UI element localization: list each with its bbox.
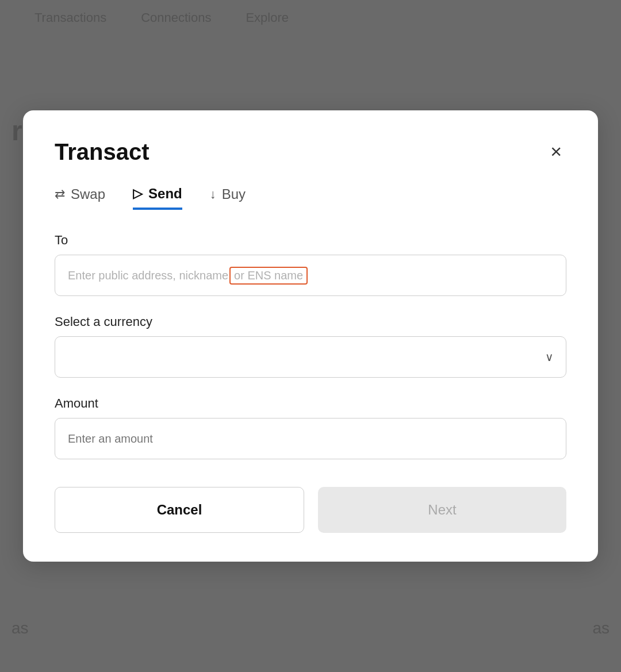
- tab-swap[interactable]: ⇄ Swap: [55, 186, 105, 210]
- currency-label: Select a currency: [55, 314, 566, 329]
- next-button[interactable]: Next: [318, 487, 566, 533]
- currency-select[interactable]: [55, 336, 566, 378]
- transact-modal: Transact × ⇄ Swap ▷ Send ↓ Buy To Enter …: [23, 110, 598, 562]
- address-input[interactable]: Enter public address, nickname or ENS na…: [55, 255, 566, 296]
- currency-select-wrapper: ∨: [55, 336, 566, 378]
- modal-backdrop: Transact × ⇄ Swap ▷ Send ↓ Buy To Enter …: [0, 0, 621, 672]
- buy-icon: ↓: [210, 187, 216, 202]
- tab-buy-label: Buy: [222, 186, 246, 202]
- tab-bar: ⇄ Swap ▷ Send ↓ Buy: [55, 186, 566, 210]
- tab-send-label: Send: [148, 186, 182, 202]
- currency-field-group: Select a currency ∨: [55, 314, 566, 378]
- to-field-group: To Enter public address, nickname or ENS…: [55, 233, 566, 296]
- send-icon: ▷: [133, 186, 143, 201]
- cancel-button[interactable]: Cancel: [55, 487, 304, 533]
- tab-buy[interactable]: ↓ Buy: [210, 186, 246, 210]
- modal-title: Transact: [55, 139, 150, 165]
- to-label: To: [55, 233, 566, 248]
- tab-send[interactable]: ▷ Send: [133, 186, 182, 210]
- modal-header: Transact ×: [55, 139, 566, 165]
- address-highlight-ens: or ENS name: [229, 267, 308, 285]
- address-placeholder-part1: Enter public address, nickname: [68, 269, 228, 282]
- tab-swap-label: Swap: [71, 186, 105, 202]
- swap-icon: ⇄: [55, 187, 65, 202]
- close-button[interactable]: ×: [546, 139, 566, 163]
- amount-label: Amount: [55, 396, 566, 411]
- amount-field-group: Amount: [55, 396, 566, 459]
- amount-input[interactable]: [55, 418, 566, 459]
- modal-footer: Cancel Next: [55, 487, 566, 533]
